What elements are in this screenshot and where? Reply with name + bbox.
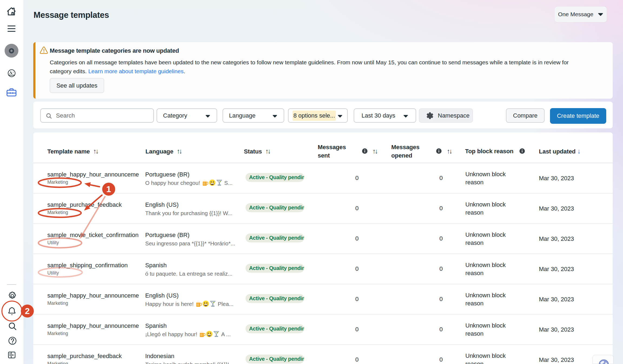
svg-text:2: 2 [25, 306, 30, 316]
